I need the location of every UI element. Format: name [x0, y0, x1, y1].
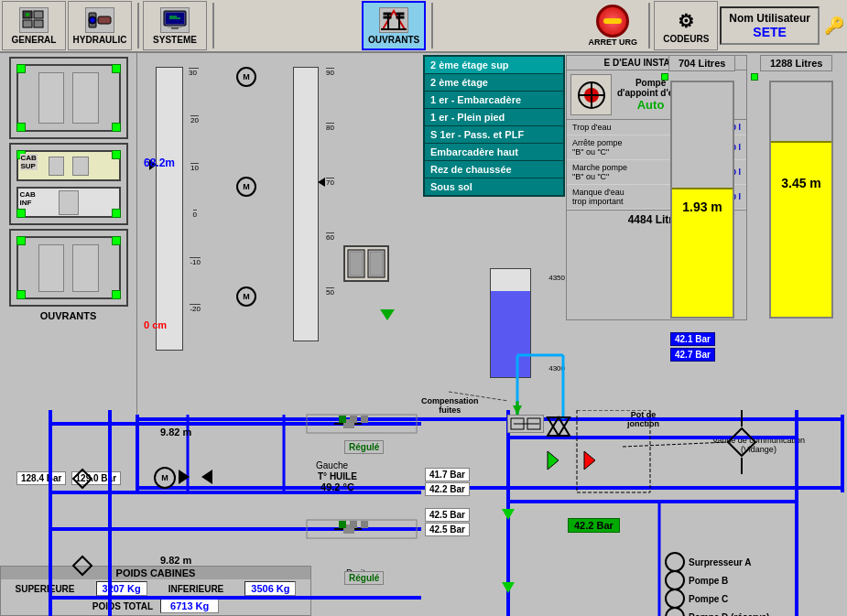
- pressure-427-container: 42.7 Bar: [670, 348, 715, 362]
- svg-rect-8: [98, 16, 111, 24]
- dropdown-item-2[interactable]: 1 er - Embarcadère: [425, 92, 563, 109]
- dropdown-item-5[interactable]: Embarcadère haut: [425, 144, 563, 161]
- svg-point-4: [26, 13, 29, 16]
- weights-total-label: POIDS TOTAL: [92, 601, 153, 611]
- gauge-68m-value: 68.2m: [144, 157, 175, 169]
- gate-icon-top: [509, 416, 542, 431]
- general-button[interactable]: GENERAL: [2, 1, 66, 50]
- svg-rect-73: [361, 521, 368, 528]
- ouvrants-label: OUVRANTS: [368, 35, 419, 45]
- svg-rect-1: [34, 11, 43, 18]
- gauche-label: Gauche: [316, 460, 348, 470]
- door-left-top: [38, 72, 65, 124]
- weights-bottom-row: POIDS TOTAL 6713 Kg: [1, 598, 310, 614]
- temp-value: 49.2 °C: [318, 481, 357, 492]
- compensation-label: Compensationfuites: [421, 396, 479, 415]
- surpresseur-a-symbol: [665, 552, 685, 572]
- door-bot-right: [72, 244, 99, 292]
- dropdown-item-6[interactable]: Rez de chaussée: [425, 161, 563, 178]
- hydraulic-button[interactable]: HYDRAULIC: [68, 1, 132, 50]
- gauge-left-panel: M M M 30 20 10 0 -10 -20 68.2m 0 cm: [142, 58, 261, 396]
- systeme-label: SYSTEME: [153, 35, 197, 45]
- gate-symbol-top: [507, 415, 544, 433]
- gauge-right-arrow: [318, 178, 325, 187]
- ouvrants-button[interactable]: OUVRANTS: [362, 1, 426, 50]
- pressure-425-container: 42.5 Bar 42.5 Bar: [425, 508, 470, 536]
- pump-icon: [573, 77, 610, 113]
- divider-3: [431, 3, 433, 49]
- pressure-425a: 42.5 Bar: [425, 508, 470, 522]
- svg-rect-65: [307, 520, 417, 538]
- level-bar-right-container: 3.45 m: [769, 81, 833, 319]
- door-bot-left: [38, 244, 65, 292]
- codeurs-label: CODEURS: [663, 34, 709, 44]
- dropdown-item-1[interactable]: 2 ème étage: [425, 74, 563, 92]
- flow-indicator-left: [179, 470, 190, 484]
- flow-indicator-right: [201, 470, 212, 484]
- green-dot-tl: [16, 64, 26, 73]
- pressure-417-container: 41.7 Bar 42.2 Bar: [425, 468, 470, 496]
- meter-dot-1: [661, 73, 668, 81]
- weights-sup-value: 3207 Kg: [96, 581, 147, 596]
- cab-bottom-inner: [16, 236, 121, 299]
- general-label: GENERAL: [12, 35, 57, 45]
- distance-top-label: 9.82 m: [160, 427, 191, 438]
- pompe-c-label: Pompe C: [689, 594, 728, 604]
- level-value-left: 1.93 m: [672, 200, 733, 214]
- pressure-417: 41.7 Bar: [425, 468, 470, 481]
- dropdown-item-0[interactable]: 2 ème étage sup: [425, 57, 563, 74]
- elevator-car-icon: [346, 248, 386, 279]
- pompe-b-label: Pompe B: [689, 576, 728, 586]
- svg-marker-82: [548, 417, 570, 436]
- temp-label-container: T° HUILE 49.2 °C: [318, 471, 357, 492]
- pompe-d-label: Pompe D (réserve): [689, 612, 769, 617]
- pot-jonction-label: Pot dejonction: [627, 410, 659, 428]
- motor-mid: M: [236, 177, 256, 197]
- level-bar-left-container: 1.93 m: [670, 81, 734, 319]
- weights-sup-label: SUPERIEURE: [16, 584, 75, 594]
- cab-inf-label: CABINF: [20, 190, 36, 207]
- cab-inf-inner: CABINF: [16, 187, 121, 218]
- green-dot-bot-tl: [16, 236, 26, 245]
- green-dot-bl: [16, 123, 26, 132]
- green-dot-sup-tr: [112, 150, 121, 159]
- water-label-4: Manque d'eautrop important: [572, 188, 624, 206]
- pressure-1290: 129.0 Bar: [71, 471, 121, 485]
- svg-rect-26: [370, 252, 383, 276]
- cabines-panel: CABSUP CABINF OUVRANTS: [0, 53, 137, 415]
- pompe-c-symbol: [665, 589, 685, 609]
- surpresseur-a-container: Surpresseur A: [665, 552, 752, 572]
- scale-bar-right: 90 80 70 60 50: [293, 67, 319, 341]
- dropdown-item-4[interactable]: S 1er - Pass. et PLF: [425, 126, 563, 144]
- systeme-button[interactable]: SYSTEME: [143, 1, 207, 50]
- svg-marker-58: [548, 451, 559, 470]
- cab-top-inner: [16, 64, 121, 132]
- level-bar-right: [771, 141, 831, 317]
- divider-1: [137, 3, 139, 49]
- valve-icon: [540, 413, 577, 440]
- pressure-422-green: 42.2 Bar: [568, 518, 620, 533]
- arret-urg-button[interactable]: ARRET URG: [581, 1, 645, 50]
- green-dot-bot-bl: [16, 290, 26, 299]
- cab-bottom: [9, 229, 128, 307]
- litres-fill: [491, 291, 530, 377]
- toolbar: GENERAL HYDRAULIC SYSTEME: [0, 0, 847, 53]
- regule-top: Régulé: [344, 440, 384, 454]
- svg-rect-67: [343, 524, 354, 534]
- regule-bottom: Régulé: [344, 571, 384, 585]
- dropdown-item-7[interactable]: Sous sol: [425, 178, 563, 195]
- username-label: Nom Utilisateur: [729, 12, 810, 25]
- dropdown-menu[interactable]: 2 ème étage sup 2 ème étage 1 er - Embar…: [423, 55, 565, 197]
- cab-sup-label: CABSUP: [20, 154, 38, 170]
- codeurs-button[interactable]: ⚙ CODEURS: [654, 1, 718, 50]
- door-sup-right: [72, 157, 89, 176]
- dropdown-item-3[interactable]: 1 er - Plein pied: [425, 109, 563, 126]
- water-label-2: Arrête pompe"B" ou "C": [572, 138, 623, 157]
- user-box: Nom Utilisateur SETE: [720, 6, 820, 45]
- green-dot-inf-bl: [16, 209, 26, 218]
- motor-bot: M: [236, 286, 256, 307]
- distance-bottom-label: 9.82 m: [160, 555, 191, 566]
- valve-symbol: [540, 413, 577, 442]
- pressure-1284-container: 128.4 Bar 129.0 Bar: [16, 472, 121, 483]
- cab-sup-inner: CABSUP: [16, 150, 121, 181]
